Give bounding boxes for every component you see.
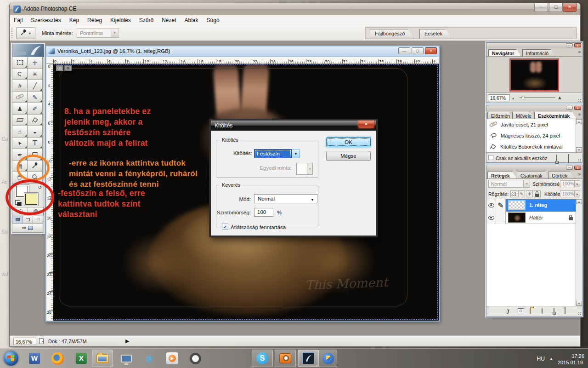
tool-smudge[interactable]: ☝	[12, 126, 28, 138]
navigator-zoom-field[interactable]: 16,67%	[488, 94, 510, 101]
scrollbar[interactable]: ▲ ▼	[576, 199, 582, 306]
menu-item[interactable]: Súgó	[203, 15, 224, 25]
panel-resize-grip[interactable]	[578, 312, 582, 316]
minimize-button[interactable]: —	[534, 3, 548, 12]
menu-item[interactable]: Nézet	[158, 15, 180, 25]
start-button[interactable]	[4, 351, 18, 366]
tool-lasso[interactable]: Ϛ	[12, 68, 28, 80]
visibility-cell[interactable]	[486, 212, 496, 224]
fill-select-arrow[interactable]: ▼	[292, 149, 300, 158]
fill-value[interactable]: 100%	[560, 190, 575, 197]
menu-item[interactable]: Kijelölés	[106, 15, 135, 25]
layer-thumbnail[interactable]	[508, 213, 526, 223]
doc-restore-button[interactable]: ▢	[412, 47, 424, 54]
new-layer-icon[interactable]	[554, 308, 554, 314]
new-preset-icon[interactable]	[556, 155, 557, 163]
tool-brush[interactable]: ✎	[27, 91, 43, 103]
adjustment-layer-icon[interactable]	[542, 308, 543, 314]
panel-title-bar[interactable]: — x	[486, 165, 582, 171]
taskbar-media-player[interactable]: ▶	[162, 350, 183, 367]
layer-style-icon[interactable]: ƒ	[507, 308, 509, 314]
taskbar-screenshot-app[interactable]	[275, 350, 296, 367]
tab-history[interactable]: Előzmén	[487, 112, 513, 119]
taskbar-firefox[interactable]	[47, 350, 68, 367]
panel-title-bar[interactable]: — x	[486, 105, 582, 111]
tab-brushes[interactable]: Ecsetek	[419, 29, 451, 39]
tab-layers[interactable]: Rétegek	[487, 172, 517, 178]
taskbar-excel[interactable]: X	[71, 350, 92, 367]
tab-info[interactable]: Információ	[522, 49, 555, 56]
screen-mode-standard-button[interactable]	[12, 216, 23, 224]
jump-to-imageready-button[interactable]: ⇨	[12, 223, 43, 233]
tab-channels[interactable]: Csatornák	[517, 172, 549, 178]
taskbar-ring-app[interactable]	[185, 350, 206, 367]
tool-crop[interactable]: #	[12, 80, 28, 92]
preset-item[interactable]: Kitöltés Buborékok mintával	[486, 141, 576, 152]
tool-history-brush[interactable]: ✐	[27, 103, 43, 115]
tool-healing-brush[interactable]	[12, 91, 28, 103]
opacity-value[interactable]: 100%	[560, 180, 575, 187]
link-cell[interactable]	[496, 212, 506, 224]
taskbar-internet-explorer[interactable]: e	[139, 350, 160, 367]
current-tool-only-checkbox[interactable]	[488, 155, 493, 160]
taskbar-computer[interactable]	[116, 350, 137, 367]
blend-mode-select[interactable]: Normál	[488, 180, 523, 188]
title-bar[interactable]: Adobe Photoshop CE — ▢ ✕	[10, 3, 580, 15]
panel-close-button[interactable]: x	[574, 106, 581, 110]
panel-minimize-button[interactable]: —	[566, 106, 573, 110]
tray-expand-icon[interactable]: ▲	[549, 356, 553, 361]
preset-item[interactable]: Mágneses lasszó, 24 pixel	[486, 130, 576, 141]
tab-tool-presets[interactable]: Eszközminták	[534, 112, 577, 119]
panel-menu-chevron[interactable]: »	[578, 49, 581, 54]
panel-menu-chevron[interactable]: »	[578, 112, 581, 117]
tool-rect-marquee[interactable]	[12, 57, 28, 69]
menu-item[interactable]: Ablak	[181, 15, 203, 25]
panel-menu-chevron[interactable]: »	[578, 172, 581, 177]
cancel-button[interactable]: Mégse	[326, 151, 371, 161]
trash-icon[interactable]	[565, 308, 565, 314]
tool-paint-bucket[interactable]	[27, 114, 43, 126]
tool-magic-wand[interactable]: ✳	[27, 68, 43, 80]
document-title-bar[interactable]: Veronika_Lotti_123.jpg @ 16,7% (1. réteg…	[46, 46, 439, 57]
opacity-input[interactable]: 100	[254, 208, 273, 217]
tool-type[interactable]: T	[27, 137, 43, 149]
tab-navigator[interactable]: Navigátor	[488, 49, 521, 56]
taskbar-security[interactable]	[319, 350, 337, 367]
layer-mask-icon[interactable]	[518, 308, 524, 313]
dialog-title-bar[interactable]: Kitöltés	[211, 121, 376, 131]
opacity-spinner[interactable]: ▸	[575, 180, 580, 187]
options-grip[interactable]	[11, 27, 13, 39]
lock-transparency-icon[interactable]	[510, 190, 517, 197]
language-indicator[interactable]: HU	[537, 356, 545, 362]
taskbar-skype[interactable]: S	[252, 350, 273, 367]
scroll-up-icon[interactable]: ▲	[576, 199, 582, 204]
lock-move-icon[interactable]: ✛	[526, 190, 533, 197]
fill-spinner[interactable]: ▸	[575, 190, 580, 197]
ok-button[interactable]: OK	[326, 137, 371, 147]
tool-eraser[interactable]	[12, 114, 28, 126]
menu-item[interactable]: Szerkesztés	[27, 15, 65, 25]
layer-name[interactable]: 1. réteg	[529, 202, 547, 208]
taskbar-explorer[interactable]	[92, 350, 113, 367]
preserve-transparency-checkbox[interactable]: ✔	[222, 224, 228, 230]
visibility-cell[interactable]	[486, 199, 496, 212]
screen-mode-full-button[interactable]	[33, 216, 43, 224]
tool-slice[interactable]: ╱	[27, 80, 43, 92]
tab-paths[interactable]: Görbék	[548, 172, 574, 178]
layer-name[interactable]: Háttér	[529, 215, 543, 220]
fill-select[interactable]: Festőszín	[254, 149, 292, 158]
taskbar-clock[interactable]: 17:26 2015.01.19.	[558, 352, 584, 366]
zoom-out-icon[interactable]: ▴	[512, 96, 514, 100]
taskbar-photoshop[interactable]	[298, 350, 319, 367]
current-tool-button[interactable]: ▼	[16, 27, 35, 39]
mode-select[interactable]: Normál ▼	[254, 194, 317, 203]
scroll-down-icon[interactable]: ▼	[576, 147, 582, 152]
panel-resize-grip[interactable]	[578, 98, 582, 102]
panel-minimize-button[interactable]: —	[566, 166, 573, 170]
lock-all-icon[interactable]	[534, 190, 541, 197]
lock-paint-icon[interactable]: ✎	[518, 190, 525, 197]
panel-title-bar[interactable]: — x	[486, 43, 582, 48]
tab-file-browser[interactable]: Fájlböngésző	[370, 29, 413, 39]
scroll-down-icon[interactable]: ▼	[576, 301, 582, 306]
doc-close-button[interactable]: ✕	[425, 47, 437, 54]
